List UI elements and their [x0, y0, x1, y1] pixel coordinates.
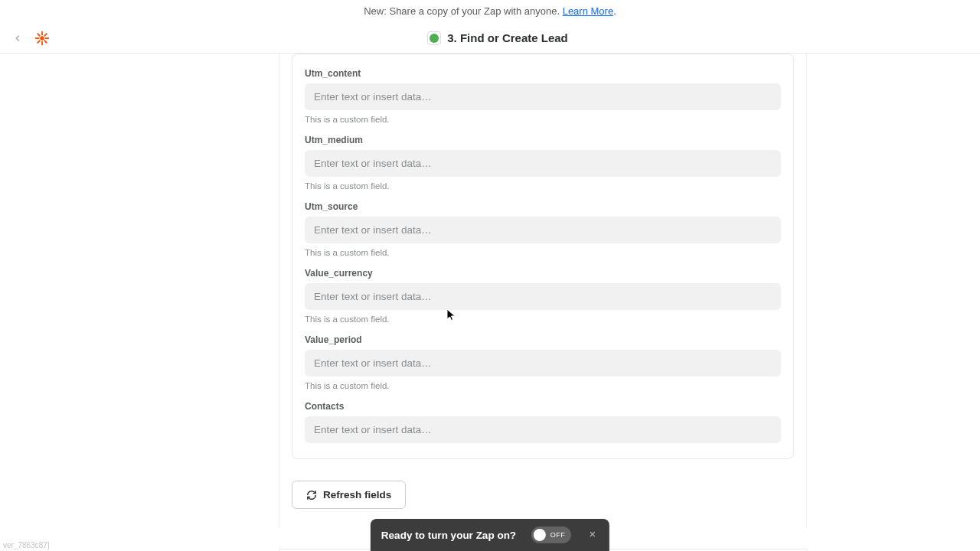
- value-currency-input[interactable]: [305, 283, 781, 310]
- back-button[interactable]: [12, 33, 28, 44]
- field-contacts: Contacts: [305, 401, 781, 443]
- refresh-icon: [306, 490, 317, 500]
- announcement-bar: New: Share a copy of your Zap with anyon…: [0, 0, 980, 23]
- field-value-period: Value_period This is a custom field.: [305, 334, 781, 390]
- announcement-link[interactable]: Learn More: [563, 5, 613, 17]
- toast-close-button[interactable]: [586, 528, 599, 542]
- svg-rect-6: [37, 39, 41, 43]
- step-app-icon: [427, 31, 441, 45]
- svg-rect-4: [45, 37, 49, 39]
- contacts-input[interactable]: [305, 416, 781, 443]
- utm-content-input[interactable]: [305, 83, 781, 110]
- svg-rect-5: [44, 32, 47, 36]
- field-utm-medium: Utm_medium This is a custom field.: [305, 135, 781, 191]
- left-sidebar: [0, 54, 279, 551]
- announcement-prefix: New: Share a copy of your Zap with anyon…: [364, 5, 562, 17]
- field-label: Contacts: [305, 401, 781, 412]
- content-panel: Utm_content This is a custom field. Utm_…: [279, 54, 807, 551]
- svg-rect-3: [35, 37, 40, 39]
- zap-on-toggle[interactable]: OFF: [531, 527, 571, 543]
- field-help: This is a custom field.: [305, 248, 781, 257]
- version-text: ver_7863c87]: [3, 541, 50, 549]
- app-header: 3. Find or Create Lead: [0, 23, 980, 54]
- svg-rect-7: [37, 32, 41, 36]
- svg-rect-2: [41, 41, 43, 44]
- field-help: This is a custom field.: [305, 115, 781, 124]
- field-label: Value_period: [305, 334, 781, 345]
- toast-text: Ready to turn your Zap on?: [381, 530, 516, 541]
- field-label: Utm_content: [305, 68, 781, 79]
- fields-box: Utm_content This is a custom field. Utm_…: [292, 54, 794, 459]
- announcement-suffix: .: [613, 5, 616, 17]
- utm-source-input[interactable]: [305, 217, 781, 243]
- right-sidebar: [807, 54, 980, 551]
- field-label: Value_currency: [305, 268, 781, 279]
- refresh-fields-label: Refresh fields: [323, 489, 391, 500]
- field-value-currency: Value_currency This is a custom field.: [305, 268, 781, 324]
- svg-rect-1: [41, 31, 43, 35]
- field-utm-content: Utm_content This is a custom field.: [305, 68, 781, 124]
- toggle-knob: [534, 529, 546, 541]
- field-help: This is a custom field.: [305, 381, 781, 390]
- toggle-state-label: OFF: [550, 531, 566, 539]
- svg-rect-8: [44, 39, 47, 43]
- field-help: This is a custom field.: [305, 181, 781, 191]
- utm-medium-input[interactable]: [305, 150, 781, 177]
- value-period-input[interactable]: [305, 350, 781, 377]
- field-utm-source: Utm_source This is a custom field.: [305, 201, 781, 257]
- field-help: This is a custom field.: [305, 315, 781, 324]
- field-label: Utm_medium: [305, 135, 781, 145]
- page-title: 3. Find or Create Lead: [447, 31, 568, 44]
- editor-card: Utm_content This is a custom field. Utm_…: [279, 54, 807, 551]
- refresh-fields-button[interactable]: Refresh fields: [292, 481, 406, 509]
- svg-point-0: [40, 36, 44, 41]
- zap-on-toast: Ready to turn your Zap on? OFF: [371, 519, 609, 551]
- field-label: Utm_source: [305, 201, 781, 212]
- zapier-logo-icon[interactable]: [34, 30, 51, 47]
